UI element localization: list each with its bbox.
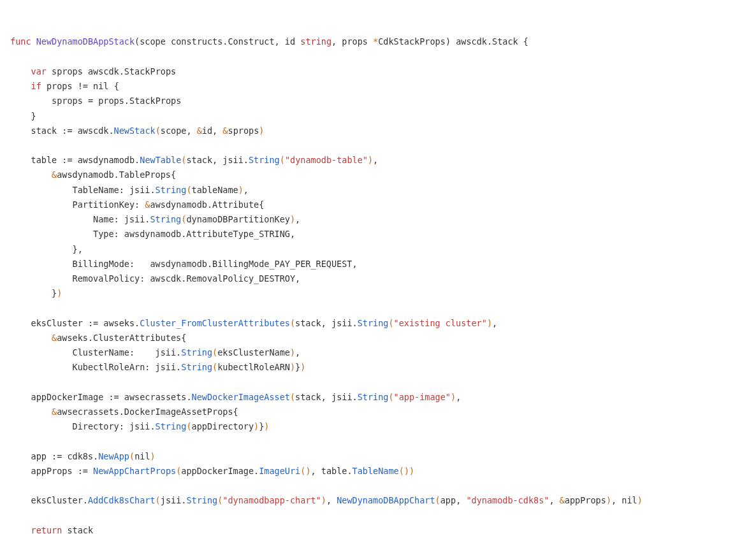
paren: ) [404, 466, 409, 476]
paren: ( [388, 318, 393, 328]
field-clustername: ClusterName: [73, 347, 135, 357]
pkg-awsecrassets: awsecrassets. [124, 392, 192, 402]
var-ekscluster: eksCluster [31, 318, 83, 328]
arg-tablename: tableName [192, 185, 238, 195]
brace-close: } [73, 244, 78, 254]
return-type: awscdk.Stack [456, 36, 518, 47]
ampersand: & [52, 170, 57, 180]
field-kubectlrolearn: KubectlRoleArn: [73, 362, 150, 372]
coloneq: := [62, 155, 72, 165]
type-tableprops: awsdynamodb.TableProps [57, 170, 171, 180]
paren: ( [399, 466, 404, 476]
ampersand: & [52, 333, 57, 343]
pkg-jsii: jsii. [222, 155, 249, 165]
pkg-jsii: jsii. [331, 318, 358, 328]
pkg-jsii: jsii. [156, 347, 182, 357]
brace-close: } [31, 111, 36, 121]
call-tablename: TableName [353, 466, 399, 476]
obj-ekscluster: eksCluster [31, 495, 83, 505]
field-partitionkey: PartitionKey: [73, 199, 140, 210]
ident-props: props [47, 81, 73, 91]
paren: ) [57, 288, 62, 298]
expr-props-stackprops: props.StackProps [98, 96, 181, 106]
var-sprops: sprops [52, 66, 83, 76]
type-clusterattributes: awseks.ClusterAttributes [57, 333, 181, 343]
pkg-jsii: jsii. [161, 495, 187, 505]
field-name: Name: [93, 214, 119, 224]
brace-open: { [114, 81, 119, 91]
var-appprops: appProps [31, 466, 73, 476]
param-id: id [285, 36, 295, 47]
const-removalpolicy-destroy: awscdk.RemovalPolicy_DESTROY [150, 273, 295, 284]
var-sprops: sprops [52, 96, 83, 106]
pkg-jsii: jsii. [129, 185, 156, 195]
call-addcdk8schart: AddCdk8sChart [88, 495, 156, 505]
call-newdynamodbappchart: NewDynamoDBAppChart [337, 495, 435, 505]
arg-stack: stack [186, 155, 212, 165]
keyword-func: func [10, 36, 31, 47]
paren: ) [637, 495, 643, 505]
call-string: String [358, 318, 389, 328]
type-constructs: constructs.Construct [171, 36, 275, 47]
arg-sprops: sprops [228, 126, 259, 136]
brace-open: { [259, 199, 264, 210]
pkg-cdk8s: cdk8s. [67, 451, 98, 461]
field-tablename: TableName: [73, 185, 124, 195]
pkg-awseks: awseks. [103, 318, 140, 328]
call-string: String [249, 155, 280, 165]
paren: ) [451, 392, 456, 402]
keyword-return: return [31, 525, 62, 534]
call-string: String [181, 362, 212, 372]
paren: ) [290, 362, 295, 372]
type-attribute: awsdynamodb.Attribute [150, 199, 259, 210]
pkg-awsdynamodb: awsdynamodb. [78, 155, 140, 165]
call-string: String [156, 421, 187, 431]
call-newstack: NewStack [114, 126, 156, 136]
arg-partitionkey: dynamoDBPartitionKey [186, 214, 290, 224]
arg-id: id [202, 126, 212, 136]
obj-appdockerimage: appDockerImage [181, 466, 254, 476]
paren: ) [606, 495, 611, 505]
pkg-jsii: jsii. [156, 362, 182, 372]
paren: ( [134, 36, 140, 47]
call-string: String [186, 495, 217, 505]
arg-appprops: appProps [565, 495, 606, 505]
string-literal: "dynamodb-cdk8s" [466, 495, 549, 505]
field-removalpolicy: RemovalPolicy: [73, 273, 145, 284]
call-newdockerimageasset: NewDockerImageAsset [192, 392, 290, 402]
paren: ( [186, 421, 191, 431]
pkg-jsii: jsii. [331, 392, 358, 402]
paren: ( [212, 347, 217, 357]
arg-stack: stack [295, 318, 321, 328]
field-directory: Directory: [73, 421, 124, 431]
type-cdkstackprops: CdkStackProps [378, 36, 446, 47]
var-appdockerimage: appDockerImage [31, 392, 104, 402]
func-name: NewDynamoDBAppStack [36, 36, 134, 47]
arg-appdirectory: appDirectory [192, 421, 254, 431]
paren: ( [129, 451, 134, 461]
paren: ) [300, 362, 305, 372]
var-stack: stack [67, 525, 93, 534]
brace-open: { [233, 407, 238, 417]
pkg-awscdk: awscdk. [78, 126, 114, 136]
paren: ) [290, 214, 295, 224]
arg-eksclustername: eksClusterName [217, 347, 290, 357]
paren: ) [487, 318, 492, 328]
arg-scope: scope [161, 126, 187, 136]
field-type: Type: [93, 229, 119, 239]
ne-nil: != nil [78, 81, 109, 91]
param-props: props [342, 36, 368, 47]
assign: = [88, 96, 93, 106]
arg-stack: stack [295, 392, 321, 402]
paren: ) [254, 421, 259, 431]
const-billingmode-ppr: awsdynamodb.BillingMode_PAY_PER_REQUEST [150, 259, 352, 269]
paren: ) [290, 347, 295, 357]
paren: ) [259, 126, 264, 136]
call-string: String [358, 392, 389, 402]
nil: nil [622, 495, 637, 505]
paren: ( [212, 362, 217, 372]
paren: ) [150, 451, 156, 461]
pkg-jsii: jsii. [124, 214, 150, 224]
paren: ) [238, 185, 244, 195]
paren: ) [446, 36, 451, 47]
